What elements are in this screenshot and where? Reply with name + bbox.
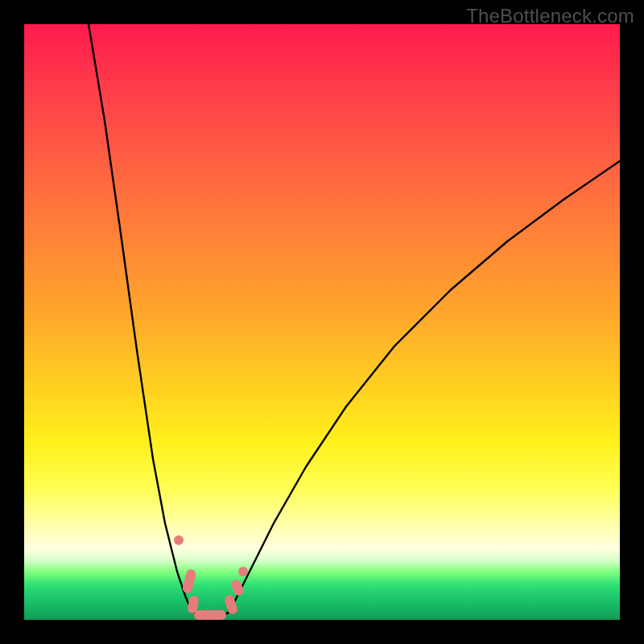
right-upper-dot — [238, 567, 248, 576]
bottleneck-curve — [89, 24, 620, 615]
right-lower-pill — [230, 578, 246, 597]
left-lower-pill — [182, 568, 197, 594]
chart-frame: TheBottleneck.com — [0, 0, 644, 644]
plot-area — [24, 24, 620, 620]
left-upper-dot — [174, 535, 184, 545]
curve-layer — [24, 24, 620, 620]
floor-pill — [194, 610, 226, 620]
